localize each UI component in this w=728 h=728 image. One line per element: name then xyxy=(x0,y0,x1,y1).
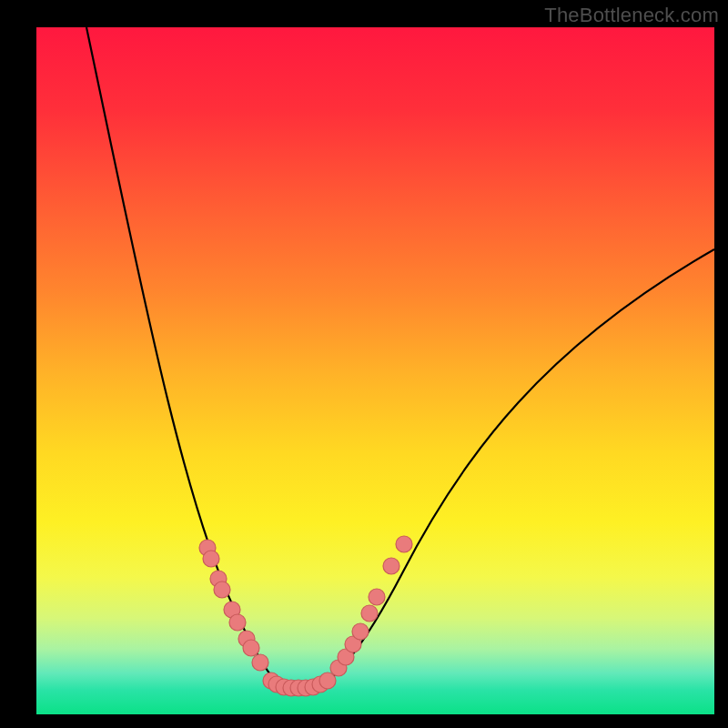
data-marker xyxy=(361,605,378,622)
data-marker xyxy=(214,581,230,598)
data-marker xyxy=(352,623,369,640)
data-marker xyxy=(369,589,385,605)
data-marker xyxy=(252,654,268,671)
curve-right xyxy=(308,249,714,688)
data-marker xyxy=(396,536,412,552)
data-marker xyxy=(243,640,259,656)
data-marker xyxy=(383,558,399,574)
data-marker xyxy=(203,551,219,567)
watermark-text: TheBottleneck.com xyxy=(544,4,719,27)
chart-stage: TheBottleneck.com xyxy=(0,0,728,728)
curve-layer xyxy=(36,27,714,714)
plot-area xyxy=(36,27,714,714)
marker-group xyxy=(199,536,412,696)
curve-left xyxy=(86,27,308,688)
data-marker xyxy=(229,614,246,631)
